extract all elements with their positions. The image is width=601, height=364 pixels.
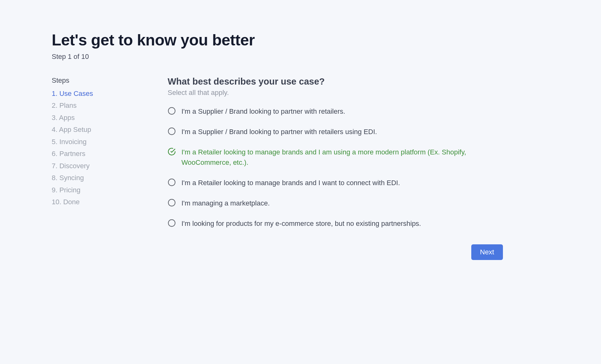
step-item-7[interactable]: 7. Discovery xyxy=(52,160,139,172)
option-item-4[interactable]: I'm a Retailer looking to manage brands … xyxy=(168,178,503,188)
step-item-9[interactable]: 9. Pricing xyxy=(52,184,139,196)
step-item-3[interactable]: 3. Apps xyxy=(52,112,139,124)
circle-icon xyxy=(168,219,176,227)
step-item-6[interactable]: 6. Partners xyxy=(52,148,139,160)
step-item-10[interactable]: 10. Done xyxy=(52,196,139,208)
option-label: I'm a Retailer looking to manage brands … xyxy=(181,178,400,188)
option-item-1[interactable]: I'm a Supplier / Brand looking to partne… xyxy=(168,106,503,117)
option-label: I'm looking for products for my e-commer… xyxy=(181,218,421,229)
option-list: I'm a Supplier / Brand looking to partne… xyxy=(168,106,503,229)
circle-icon xyxy=(168,199,176,207)
svg-point-3 xyxy=(168,199,175,206)
step-list: 1. Use Cases2. Plans3. Apps4. App Setup5… xyxy=(52,88,139,208)
svg-point-4 xyxy=(168,220,175,226)
step-item-1[interactable]: 1. Use Cases xyxy=(52,88,139,100)
sidebar-heading: Steps xyxy=(52,76,139,85)
main-content: What best describes your use case? Selec… xyxy=(168,76,503,260)
option-label: I'm a Supplier / Brand looking to partne… xyxy=(181,106,345,117)
steps-sidebar: Steps 1. Use Cases2. Plans3. Apps4. App … xyxy=(52,76,139,260)
check-circle-icon xyxy=(168,148,176,156)
option-label: I'm a Retailer looking to manage brands … xyxy=(181,147,503,168)
step-item-2[interactable]: 2. Plans xyxy=(52,100,139,112)
svg-point-2 xyxy=(168,179,175,186)
circle-icon xyxy=(168,127,176,135)
step-indicator: Step 1 of 10 xyxy=(52,53,549,61)
option-label: I'm a Supplier / Brand looking to partne… xyxy=(181,127,377,137)
svg-point-0 xyxy=(168,107,175,114)
svg-point-1 xyxy=(168,128,175,135)
option-label: I'm managing a marketplace. xyxy=(181,198,270,208)
circle-icon xyxy=(168,178,176,186)
option-item-3[interactable]: I'm a Retailer looking to manage brands … xyxy=(168,147,503,168)
circle-icon xyxy=(168,107,176,115)
option-item-5[interactable]: I'm managing a marketplace. xyxy=(168,198,503,208)
page-title: Let's get to know you better xyxy=(52,31,549,49)
next-button[interactable]: Next xyxy=(471,244,503,260)
step-item-4[interactable]: 4. App Setup xyxy=(52,124,139,136)
option-item-6[interactable]: I'm looking for products for my e-commer… xyxy=(168,218,503,229)
option-item-2[interactable]: I'm a Supplier / Brand looking to partne… xyxy=(168,127,503,137)
question-subtitle: Select all that apply. xyxy=(168,89,503,97)
footer: Next xyxy=(168,244,503,260)
question-title: What best describes your use case? xyxy=(168,76,503,87)
step-item-8[interactable]: 8. Syncing xyxy=(52,172,139,184)
step-item-5[interactable]: 5. Invoicing xyxy=(52,136,139,148)
